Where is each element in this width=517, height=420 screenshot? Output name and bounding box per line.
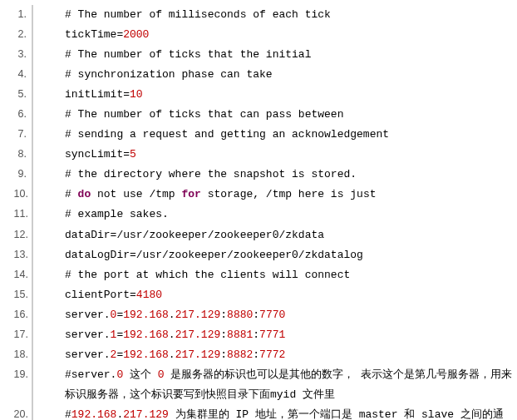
code-token: # The number of ticks that the initial (65, 48, 311, 61)
code-token: 8882 (227, 348, 253, 361)
code-token: # sending a request and getting an ackno… (65, 128, 389, 141)
code-token: for (181, 188, 200, 200)
code-token: # synchronization phase can take (65, 68, 273, 81)
code-token: 8880 (227, 309, 253, 321)
code-token: syncLimit= (65, 148, 130, 161)
code-token: initLimit= (65, 88, 130, 101)
code-token: 217.129 (175, 329, 221, 341)
code-token: 0 (158, 368, 165, 381)
code-token: # the port at which the clients will con… (65, 269, 350, 281)
code-token: # the directory where the snapshot is st… (65, 168, 357, 180)
code-token: 217.129 (123, 408, 169, 420)
code-token: 这个 (123, 368, 158, 381)
code-token: 217.129 (175, 309, 221, 321)
code-token: 10 (130, 88, 143, 101)
code-token: tickTime= (65, 28, 123, 41)
code-line: # sending a request and getting an ackno… (33, 125, 514, 145)
code-line: syncLimit=5 (33, 145, 514, 165)
code-token: 217.129 (175, 348, 221, 361)
code-token: 7770 (259, 309, 285, 321)
code-token: # The number of ticks that can pass betw… (65, 108, 343, 121)
code-line: #server.0 这个 0 是服务器的标识也可以是其他的数字， 表示这个是第几… (33, 365, 514, 405)
code-line: tickTime=2000 (33, 25, 514, 45)
code-token: not use /tmp (91, 188, 181, 200)
code-line: initLimit=10 (33, 85, 514, 105)
code-token: 192.168 (123, 348, 169, 361)
code-line: dataDir=/usr/zookeeper/zookeeper0/zkdata (33, 225, 514, 245)
code-line: dataLogDir=/usr/zookeeper/zookeeper0/zkd… (33, 245, 514, 265)
code-token: : (220, 329, 227, 341)
code-token: 4180 (136, 289, 162, 301)
code-listing: # The number of milliseconds of each tic… (32, 5, 514, 420)
code-line: server.0=192.168.217.129:8880:7770 (33, 305, 514, 325)
code-token: # The number of milliseconds of each tic… (65, 8, 331, 21)
code-line: # do not use /tmp for storage, /tmp here… (33, 185, 514, 205)
code-token: #server. (65, 368, 116, 381)
code-token: 192.168 (123, 309, 169, 321)
code-token: : (220, 348, 227, 361)
code-token: : (253, 348, 259, 361)
code-token: server. (65, 309, 111, 321)
code-token: : (220, 309, 227, 321)
code-token: # (65, 188, 78, 200)
code-token: clientPort= (65, 289, 136, 301)
code-token: server. (65, 329, 111, 341)
code-token: dataDir=/usr/zookeeper/zookeeper0/zkdata (65, 229, 324, 241)
code-token: 7772 (259, 348, 285, 361)
code-token: . (169, 348, 175, 361)
code-token: . (169, 309, 175, 321)
code-token: dataLogDir=/usr/zookeeper/zookeeper0/zkd… (65, 249, 363, 261)
code-token: 8881 (227, 329, 253, 341)
code-line: #192.168.217.129 为集群里的 IP 地址，第一个端口是 mast… (33, 405, 514, 420)
code-line: # The number of ticks that the initial (33, 45, 514, 65)
code-token: 192.168 (71, 408, 117, 420)
code-token: . (169, 329, 175, 341)
code-token: : (253, 329, 259, 341)
code-token: storage, /tmp here is just (201, 188, 377, 200)
code-line: # The number of ticks that can pass betw… (33, 105, 514, 125)
code-line: # the directory where the snapshot is st… (33, 165, 514, 185)
code-token: : (253, 309, 259, 321)
code-line: # The number of milliseconds of each tic… (33, 5, 514, 25)
code-line: clientPort=4180 (33, 285, 514, 305)
code-token: # (65, 408, 71, 420)
code-token: 5 (130, 148, 136, 161)
code-line: server.2=192.168.217.129:8882:7772 (33, 345, 514, 365)
code-token: 192.168 (123, 329, 169, 341)
code-token: # example sakes. (65, 208, 169, 220)
code-line: server.1=192.168.217.129:8881:7771 (33, 325, 514, 345)
code-line: # example sakes. (33, 205, 514, 225)
code-line: # the port at which the clients will con… (33, 265, 514, 285)
code-line: # synchronization phase can take (33, 65, 514, 85)
code-token: 2000 (123, 28, 149, 41)
code-token: server. (65, 348, 111, 361)
code-token: 7771 (259, 329, 285, 341)
code-token: do (78, 188, 91, 200)
